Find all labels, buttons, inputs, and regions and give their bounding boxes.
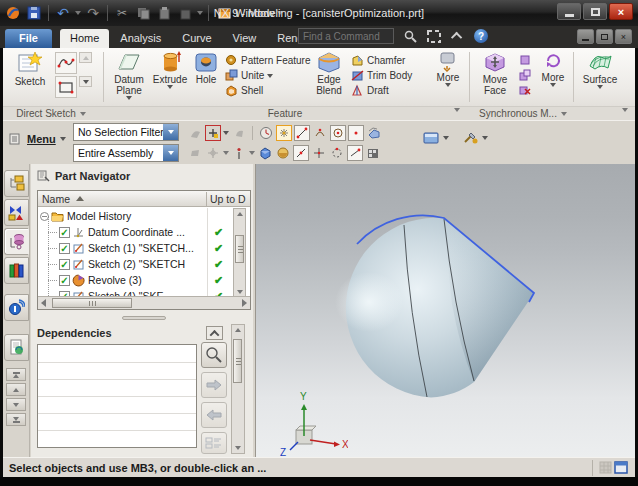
tab-file[interactable]: File: [5, 29, 52, 48]
history-tab[interactable]: [4, 334, 29, 361]
document-close-button[interactable]: ×: [615, 29, 632, 44]
snap-face-icon[interactable]: [366, 125, 382, 141]
synchronous-group-label[interactable]: Synchronous M...: [473, 108, 573, 119]
tree-vertical-scrollbar[interactable]: [233, 208, 246, 298]
find-command-input[interactable]: [298, 28, 394, 44]
measure-icon[interactable]: [231, 145, 247, 161]
snap-intersection-icon[interactable]: [311, 145, 327, 161]
snap-clock-icon[interactable]: [258, 125, 274, 141]
scene-preferences-icon[interactable]: [365, 145, 381, 161]
checkbox-checked-icon[interactable]: ✓: [59, 227, 70, 238]
status-window-icon[interactable]: [613, 460, 629, 476]
wcs-dynamics-icon[interactable]: [205, 145, 221, 161]
snap-point-on-curve-icon[interactable]: [348, 125, 364, 141]
part-navigator-tab[interactable]: [4, 228, 29, 255]
tab-curve[interactable]: Curve: [172, 29, 221, 48]
feature-more-button[interactable]: More: [431, 50, 465, 87]
paste-button[interactable]: [155, 4, 173, 22]
display-solid-icon[interactable]: [257, 145, 273, 161]
window-display-dropdown[interactable]: [423, 131, 449, 145]
extrude-button[interactable]: Extrude: [151, 50, 189, 89]
reuse-library-tab[interactable]: [4, 257, 29, 284]
paste-special-button[interactable]: [176, 4, 194, 22]
resource-scroll-bottom-button[interactable]: [6, 413, 26, 426]
gallery-scroll-up-button[interactable]: [79, 52, 92, 63]
document-minimize-button[interactable]: [577, 29, 594, 44]
undo-dropdown[interactable]: [75, 11, 81, 15]
window-menu-button[interactable]: Window: [218, 7, 283, 20]
palette-vscroll-thumb[interactable]: [233, 339, 242, 383]
feature-group-dialog-launcher[interactable]: [451, 108, 463, 112]
tab-home[interactable]: Home: [60, 29, 109, 48]
replace-face-icon[interactable]: [519, 69, 531, 81]
snap-point-toggle-icon[interactable]: [276, 125, 292, 141]
tree-row-sketch-1[interactable]: ✓ Sketch (1) "SKETCH... ✔: [38, 240, 250, 256]
tree-vscroll-thumb[interactable]: [235, 235, 244, 263]
highlight-related-icon[interactable]: [187, 125, 203, 141]
rectangle-button[interactable]: [55, 76, 77, 98]
filter-face-icon[interactable]: [187, 145, 203, 161]
tree-row-sketch-2[interactable]: ✓ Sketch (2) "SKETCH ✔: [38, 256, 250, 272]
rendering-style-icon[interactable]: [275, 145, 291, 161]
resource-scroll-down-button[interactable]: [6, 398, 26, 411]
snap-arc-icon[interactable]: [312, 125, 328, 141]
cut-button[interactable]: ✂: [113, 4, 131, 22]
tree-row-revolve[interactable]: ✓ Revolve (3) ✔: [38, 272, 250, 288]
fullscreen-icon[interactable]: [426, 28, 442, 44]
search-icon[interactable]: [402, 28, 418, 44]
offset-region-icon[interactable]: [519, 54, 531, 66]
dependencies-forward-button[interactable]: [201, 372, 227, 398]
select-mode-dropdown[interactable]: [223, 131, 229, 135]
hd3d-tools-tab[interactable]: [4, 294, 29, 321]
tab-view[interactable]: View: [223, 29, 267, 48]
copy-button[interactable]: [134, 4, 152, 22]
draft-button[interactable]: Draft: [351, 83, 412, 98]
palette-vertical-scrollbar[interactable]: [231, 324, 245, 454]
snap-center-icon[interactable]: [330, 125, 346, 141]
pattern-feature-button[interactable]: Pattern Feature: [225, 53, 310, 68]
synchronous-more-button[interactable]: More: [537, 50, 569, 87]
dependencies-back-button[interactable]: [201, 402, 227, 428]
panel-splitter[interactable]: [37, 314, 251, 322]
wcs-dropdown[interactable]: [223, 151, 229, 155]
assembly-navigator-tab[interactable]: [4, 170, 29, 197]
status-grid-icon[interactable]: [597, 460, 613, 476]
tree-row-model-history[interactable]: Model History: [38, 208, 250, 224]
deselect-icon[interactable]: [231, 125, 247, 141]
tree-row-datum-csys[interactable]: ✓ Datum Coordinate ... ✔: [38, 224, 250, 240]
studio-spline-button[interactable]: [55, 52, 77, 74]
maximize-button[interactable]: [583, 3, 607, 20]
hole-button[interactable]: Hole: [191, 50, 221, 85]
snap-existing-point-icon[interactable]: [347, 145, 363, 161]
resource-scroll-up-button[interactable]: [6, 383, 26, 396]
sketch-button[interactable]: Sketch: [9, 50, 51, 87]
tree-horizontal-scrollbar[interactable]: [38, 296, 250, 309]
ribbon-overflow-button[interactable]: [619, 108, 631, 112]
resource-scroll-top-button[interactable]: [6, 368, 26, 381]
help-icon[interactable]: ?: [474, 29, 488, 43]
selection-scope-combo[interactable]: Entire Assembly: [73, 144, 179, 162]
column-header-uptodate[interactable]: Up to D: [210, 193, 246, 205]
dependencies-search-button[interactable]: [201, 342, 227, 368]
selection-filter-combo[interactable]: No Selection Filter: [73, 123, 179, 141]
customize-tools-dropdown[interactable]: [463, 131, 488, 145]
measure-dropdown[interactable]: [249, 151, 255, 155]
snap-quadrant-icon[interactable]: [329, 145, 345, 161]
chamfer-button[interactable]: Chamfer: [351, 53, 412, 68]
minimize-button[interactable]: [557, 3, 581, 20]
gallery-dropdown-button[interactable]: [79, 76, 92, 87]
column-header-name[interactable]: Name: [38, 193, 70, 205]
surface-button[interactable]: Surface: [579, 50, 621, 89]
direct-sketch-group-label[interactable]: Direct Sketch: [11, 108, 91, 119]
paste-dropdown[interactable]: [197, 11, 203, 15]
tab-analysis[interactable]: Analysis: [110, 29, 171, 48]
move-face-button[interactable]: Move Face: [475, 50, 515, 96]
checkbox-checked-icon[interactable]: ✓: [59, 259, 70, 270]
minimize-ribbon-icon[interactable]: [450, 28, 466, 44]
redo-button[interactable]: ↷: [84, 4, 102, 22]
unite-button[interactable]: Unite: [225, 68, 310, 83]
trim-body-button[interactable]: Trim Body: [351, 68, 412, 83]
save-button[interactable]: [25, 4, 43, 22]
tree-hscroll-thumb[interactable]: [52, 298, 132, 308]
delete-face-icon[interactable]: [519, 84, 531, 96]
